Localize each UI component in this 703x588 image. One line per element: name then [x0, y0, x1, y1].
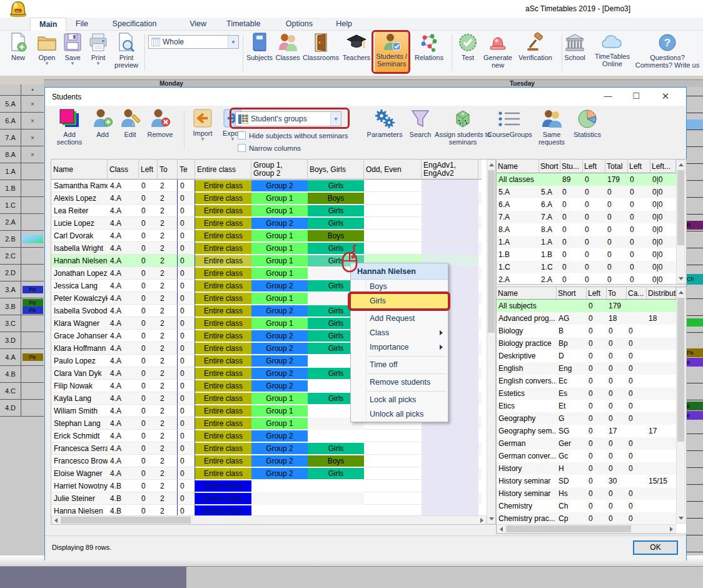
sidebar-class-row[interactable]: 4.D	[0, 400, 44, 417]
column-header[interactable]: Stu...	[560, 160, 583, 173]
column-header[interactable]: Total	[605, 160, 628, 173]
seminar-pick-cell[interactable]: Entire class	[195, 205, 251, 216]
seminar-pick-cell[interactable]: Girls	[308, 218, 364, 229]
seminar-pick-cell[interactable]: Group 1	[251, 393, 308, 404]
classrooms-button[interactable]: Classrooms	[301, 33, 340, 61]
sidebar-class-row[interactable]: 2.B	[0, 231, 44, 248]
student-row[interactable]: Isabella Wright4.A020Entire classGroup 1…	[51, 242, 482, 255]
add-student-button[interactable]: Add	[90, 108, 115, 138]
student-row[interactable]: Harriet Nowotny4.B020Entire class	[51, 480, 482, 492]
student-row[interactable]: Erick Schmidt4.A020Entire classGroup 2	[51, 430, 482, 442]
verification-button[interactable]: Verification	[513, 33, 558, 61]
seminar-pick-cell[interactable]: Entire class	[195, 443, 251, 454]
column-header[interactable]: Name	[497, 160, 539, 173]
seminar-pick-cell[interactable]: Group 2	[251, 443, 308, 454]
column-header[interactable]: Ca...	[627, 287, 647, 299]
seminar-pick-cell[interactable]: Boys	[308, 455, 364, 467]
tab-options[interactable]: Options	[277, 18, 321, 31]
seminar-pick-cell[interactable]: Group 2	[251, 180, 308, 191]
summary-row[interactable]: German conver...Gc000	[497, 450, 676, 462]
column-header[interactable]: Name	[497, 287, 557, 299]
menu-item-time-off[interactable]: Time off	[351, 358, 448, 372]
students-hscrollbar[interactable]	[51, 515, 487, 525]
tab-help[interactable]: Help	[327, 18, 361, 31]
column-header[interactable]: Left	[583, 160, 605, 173]
column-header[interactable]: Short	[539, 160, 560, 173]
seminar-pick-cell[interactable]: Group 2	[251, 218, 308, 229]
seminar-pick-cell[interactable]: Entire class	[195, 280, 251, 291]
import-dropdown-arrow[interactable]: ▼	[189, 137, 216, 142]
relations-button[interactable]: Relations	[411, 33, 447, 61]
tab-view[interactable]: View	[181, 18, 215, 31]
column-header[interactable]: To	[607, 287, 627, 299]
tab-main[interactable]: Main	[30, 18, 66, 31]
seminar-pick-cell[interactable]: Entire class	[195, 368, 251, 379]
students-vscroll-thumb[interactable]	[488, 170, 495, 333]
statistics-button[interactable]: Statistics	[569, 108, 605, 138]
summary-row[interactable]: BiologyB000	[497, 325, 676, 337]
seminar-pick-cell[interactable]: Entire class	[195, 455, 251, 467]
seminar-pick-cell[interactable]: Entire class	[195, 418, 251, 429]
column-header[interactable]: Left...	[650, 160, 676, 173]
summary-row[interactable]: ChemistryCh000	[497, 500, 676, 512]
column-header[interactable]: EngAdv1, EngAdv2	[422, 160, 478, 180]
seminar-pick-cell[interactable]: Group 1	[251, 230, 308, 241]
student-groups-selector[interactable]: Student's groups ▼	[235, 111, 341, 126]
sidebar-class-row[interactable]: 4.C	[0, 383, 44, 400]
column-header[interactable]: Short	[557, 287, 587, 299]
column-header[interactable]: Odd, Even	[364, 160, 422, 180]
hide-subjects-checkbox[interactable]: Hide subjects without seminars	[238, 131, 348, 139]
subjects-hscrollbar[interactable]	[497, 524, 676, 534]
close-button[interactable]: ✕	[656, 89, 675, 103]
seminar-pick-cell[interactable]: Group 1	[251, 318, 308, 329]
hide-subjects-checkbox-box[interactable]	[238, 131, 246, 139]
new-button[interactable]: New	[5, 33, 31, 61]
generate-new-button[interactable]: Generate new	[481, 33, 515, 69]
summary-row[interactable]: 5.A5.A00000|0	[497, 186, 676, 198]
view-selector-arrow[interactable]: ▼	[228, 36, 238, 48]
seminar-pick-cell[interactable]: Entire class	[195, 430, 251, 442]
menu-item-boys[interactable]: Boys	[351, 280, 448, 294]
menu-item-lock-all-picks[interactable]: Lock all picks	[351, 393, 448, 407]
seminar-pick-cell[interactable]: Group 2	[251, 468, 308, 479]
summary-row[interactable]: EticsEt000	[497, 400, 676, 412]
save-button[interactable]: Save ▼	[60, 33, 85, 66]
summary-row[interactable]: History seminarSD03015/15	[497, 475, 676, 487]
summary-row[interactable]: History seminarHs000	[497, 487, 676, 500]
subjects-hscroll-thumb[interactable]	[506, 525, 631, 532]
students-hscroll-thumb[interactable]	[61, 517, 191, 524]
print-preview-button[interactable]: Print preview	[110, 33, 143, 69]
classes-button[interactable]: Classes	[274, 33, 301, 61]
column-header[interactable]: Name	[51, 160, 108, 180]
menu-item-girls[interactable]: Girls	[351, 294, 448, 308]
subjects-vscroll-thumb[interactable]	[677, 298, 684, 442]
seminar-pick-cell[interactable]: Group 2	[251, 455, 308, 467]
summary-row[interactable]: Chemistry prac...Cp000	[497, 512, 676, 525]
seminar-pick-cell[interactable]: Group 1	[251, 193, 308, 204]
sidebar-class-row[interactable]: 8.A×	[0, 146, 44, 163]
column-header[interactable]: Boys, Girls	[308, 160, 364, 180]
tab-specification[interactable]: Specification	[104, 18, 166, 31]
view-selector-combo[interactable]: Whole ▼	[148, 35, 239, 49]
seminar-pick-cell[interactable]: Group 2	[251, 380, 308, 392]
students-seminars-button[interactable]: Students / Seminars	[375, 33, 408, 68]
add-sections-button[interactable]: Add sections	[53, 108, 86, 146]
seminar-pick-cell[interactable]: Group 2	[251, 305, 308, 317]
questions-button[interactable]: ? Questions? Comments? Write us	[634, 33, 700, 69]
test-button[interactable]: Test	[455, 33, 481, 61]
same-requests-button[interactable]: Same requests	[534, 108, 569, 146]
sidebar-class-row[interactable]: 3.D	[0, 332, 44, 349]
dialog-title-bar[interactable]: Students — ☐ ✕	[45, 88, 686, 106]
menu-item-unlock-all-picks[interactable]: Unlock all picks	[351, 407, 448, 422]
seminar-pick-cell[interactable]: Entire class	[195, 255, 251, 266]
menu-item-add-request[interactable]: Add Request	[351, 312, 448, 326]
sidebar-class-row[interactable]: 2.A	[0, 214, 44, 231]
summary-row[interactable]: 7.A7.A00000|0	[497, 211, 676, 223]
summary-row[interactable]: 2.A2.A00000|0	[497, 273, 676, 285]
remove-student-button[interactable]: Remove	[144, 108, 176, 138]
menu-item-remove-students[interactable]: Remove students	[351, 375, 448, 390]
sidebar-class-row[interactable]: 1.C	[0, 197, 44, 214]
seminar-pick-cell[interactable]: Entire class	[195, 193, 251, 204]
summary-row[interactable]: All classes89017900|0	[497, 173, 676, 186]
summary-row[interactable]: All subjects0179	[497, 300, 676, 312]
